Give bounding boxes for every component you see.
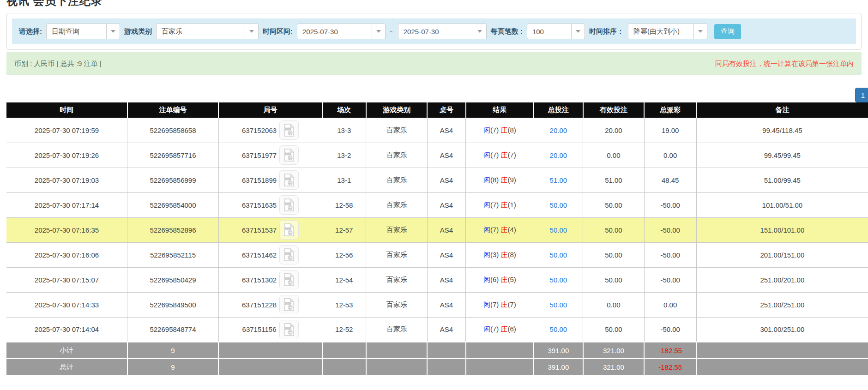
caret-down-icon[interactable] xyxy=(106,24,120,39)
caret-down-icon[interactable] xyxy=(693,24,707,39)
subtotal-label: 小计 xyxy=(6,342,127,359)
round-id-cell: 637151462 xyxy=(218,242,322,267)
header-payout: 总派彩 xyxy=(644,102,696,118)
caret-down-icon[interactable] xyxy=(245,24,258,39)
select-type-label: 请选择: xyxy=(19,27,42,36)
payout-cell: -50.00 xyxy=(644,242,696,267)
banker-result-score: (8) xyxy=(507,126,516,134)
total-label: 总计 xyxy=(6,359,127,375)
banker-result-label: 庄 xyxy=(500,176,507,184)
video-replay-icon[interactable] xyxy=(279,270,299,289)
subtotal-valid-bet: 321.00 xyxy=(583,342,645,359)
total-bet-link[interactable]: 50.00 xyxy=(550,301,567,309)
time-cell: 2025-07-30 07:19:03 xyxy=(6,168,127,192)
total-bet-link[interactable]: 50.00 xyxy=(550,276,567,284)
header-table-no: 桌号 xyxy=(427,102,465,118)
sort-select[interactable]: 降幂(由大到小) xyxy=(628,24,707,39)
game-type-label: 游戏类别 xyxy=(124,27,152,36)
bet-id-cell: 522695857716 xyxy=(127,143,219,168)
video-replay-icon[interactable] xyxy=(279,170,299,190)
page-title: 视讯 会员下注纪录 xyxy=(6,0,868,7)
caret-down-icon[interactable] xyxy=(473,24,486,39)
round-id-value: 637151635 xyxy=(242,201,277,209)
video-replay-icon[interactable] xyxy=(279,120,299,140)
result-cell: 闲(7) 庄(7) xyxy=(466,143,534,168)
valid-bet-cell: 50.00 xyxy=(583,267,645,292)
game-type-cell: 百家乐 xyxy=(366,168,428,192)
page-size-select[interactable]: 100 xyxy=(527,24,585,39)
valid-bet-cell: 50.00 xyxy=(583,242,645,267)
video-replay-icon[interactable] xyxy=(279,220,299,240)
total-bet-link[interactable]: 51.00 xyxy=(550,176,567,184)
player-result-score: (3) xyxy=(490,251,499,258)
payout-cell: -50.00 xyxy=(644,317,696,342)
table-row: 2025-07-30 07:16:06 522695852115 6371514… xyxy=(6,242,868,267)
table-row: 2025-07-30 07:15:07 522695850429 6371513… xyxy=(6,267,868,292)
table-row: 2025-07-30 07:14:33 522695849500 6371512… xyxy=(6,292,868,317)
round-id-cell: 637151899 xyxy=(218,168,322,192)
total-bet-link[interactable]: 50.00 xyxy=(550,201,567,209)
caret-down-icon[interactable] xyxy=(372,24,385,39)
remark-cell: 101.00/51.00 xyxy=(696,192,868,217)
table-no-cell: AS4 xyxy=(427,143,465,168)
total-bet-cell: 50.00 xyxy=(534,292,583,317)
caret-down-icon[interactable] xyxy=(571,24,585,39)
total-bet-link[interactable]: 20.00 xyxy=(550,126,567,134)
remark-cell: 301.00/251.00 xyxy=(696,317,868,342)
banker-result-score: (7) xyxy=(507,300,516,308)
round-id-cell: 637151228 xyxy=(218,292,322,317)
payout-cell: -50.00 xyxy=(644,192,696,217)
video-replay-icon[interactable] xyxy=(279,320,299,339)
pagination-page-1[interactable]: 1 xyxy=(855,88,868,102)
result-cell: 闲(6) 庄(5) xyxy=(466,267,534,292)
header-result: 结果 xyxy=(466,102,534,118)
payout-cell: 48.45 xyxy=(644,168,696,192)
time-cell: 2025-07-30 07:15:07 xyxy=(6,267,127,292)
total-bet-cell: 50.00 xyxy=(534,317,583,342)
video-replay-icon[interactable] xyxy=(279,245,299,264)
search-button[interactable]: 查询 xyxy=(714,24,741,39)
table-row: 2025-07-30 07:19:59 522695858658 6371520… xyxy=(6,118,868,143)
time-cell: 2025-07-30 07:14:04 xyxy=(6,317,127,342)
date-range-label: 时间区间: xyxy=(263,27,293,36)
table-no-cell: AS4 xyxy=(427,217,465,242)
payout-cell: -50.00 xyxy=(644,217,696,242)
bets-table: 时间 注单编号 局号 场次 游戏类别 桌号 结果 总投注 有效投注 总派彩 备注… xyxy=(6,102,868,376)
remark-cell: 251.00/201.00 xyxy=(696,267,868,292)
total-bet-link[interactable]: 50.00 xyxy=(550,251,567,259)
date-from-picker[interactable]: 2025-07-30 xyxy=(297,24,386,39)
valid-bet-cell: 50.00 xyxy=(583,217,645,242)
result-cell: 闲(8) 庄(9) xyxy=(466,168,534,192)
table-row: 2025-07-30 07:14:04 522695848774 6371511… xyxy=(6,317,868,342)
sort-value: 降幂(由大到小) xyxy=(628,27,693,36)
round-id-value: 637151462 xyxy=(242,251,277,259)
total-bet-link[interactable]: 20.00 xyxy=(550,151,567,159)
query-type-select[interactable]: 日期查询 xyxy=(46,24,120,39)
video-replay-icon[interactable] xyxy=(279,295,299,314)
remark-cell: 151.00/101.00 xyxy=(696,217,868,242)
total-bet-link[interactable]: 50.00 xyxy=(550,325,567,333)
game-type-value: 百家乐 xyxy=(157,27,245,36)
game-type-select[interactable]: 百家乐 xyxy=(156,24,259,39)
player-result-score: (7) xyxy=(490,300,499,308)
payout-cell: 0.00 xyxy=(644,143,696,168)
sort-label: 时间排序： xyxy=(589,27,624,36)
player-result-label: 闲 xyxy=(483,251,490,258)
banker-result-label: 庄 xyxy=(500,201,507,209)
video-replay-icon[interactable] xyxy=(279,145,299,165)
table-no-cell: AS4 xyxy=(427,242,465,267)
total-bet-link[interactable]: 50.00 xyxy=(550,226,567,234)
subtotal-row: 小计 9 391.00 321.00 -182.55 xyxy=(6,342,868,359)
result-cell: 闲(7) 庄(7) xyxy=(466,292,534,317)
payout-cell: -50.00 xyxy=(644,267,696,292)
date-to-picker[interactable]: 2025-07-30 xyxy=(398,24,487,39)
session-cell: 13-1 xyxy=(322,168,366,192)
video-replay-icon[interactable] xyxy=(279,195,299,215)
player-result-score: (7) xyxy=(490,126,499,134)
filter-panel: 请选择: 日期查询 游戏类别 百家乐 时间区间: 2025-07-30 ~ 20… xyxy=(6,13,862,50)
header-time: 时间 xyxy=(6,102,127,118)
game-type-cell: 百家乐 xyxy=(366,317,428,342)
result-cell: 闲(7) 庄(6) xyxy=(466,317,534,342)
round-id-value: 637151156 xyxy=(242,325,277,333)
subtotal-total-bet: 391.00 xyxy=(534,342,583,359)
